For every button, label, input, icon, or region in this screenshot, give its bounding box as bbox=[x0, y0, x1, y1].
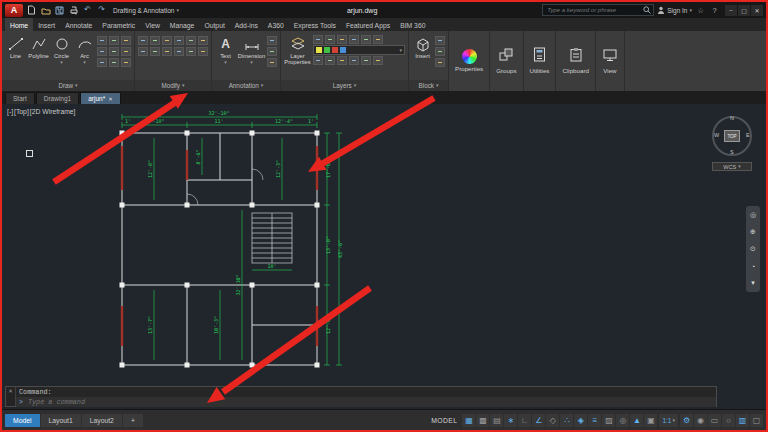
tool-icon[interactable] bbox=[186, 47, 196, 56]
object-snap-icon[interactable]: ◈ bbox=[574, 414, 587, 427]
help-icon[interactable]: ? bbox=[709, 6, 720, 15]
panel-label-draw[interactable]: Draw ▾ bbox=[2, 80, 134, 91]
open-file-icon[interactable] bbox=[40, 5, 51, 16]
pan-icon[interactable]: ⊕ bbox=[750, 228, 756, 236]
dynamic-input-icon[interactable]: ∗ bbox=[504, 414, 517, 427]
tool-icon[interactable] bbox=[267, 58, 277, 67]
view-panel-button[interactable]: View bbox=[596, 31, 625, 91]
tool-icon[interactable] bbox=[198, 47, 208, 56]
tool-icon[interactable] bbox=[97, 47, 107, 56]
tool-icon[interactable] bbox=[174, 47, 184, 56]
file-tab-close-icon[interactable]: ✕ bbox=[108, 96, 113, 102]
line-tool[interactable]: Line bbox=[5, 33, 26, 59]
tool-icon[interactable] bbox=[109, 47, 119, 56]
annotation-monitor-icon[interactable]: ◉ bbox=[694, 414, 707, 427]
navbar-more-icon[interactable]: ▾ bbox=[751, 279, 755, 287]
tool-icon[interactable] bbox=[109, 36, 119, 45]
tool-icon[interactable] bbox=[186, 36, 196, 45]
workspace-switcher[interactable]: Drafting & Annotation ▾ bbox=[110, 7, 182, 14]
infer-constraints-icon[interactable]: ▤ bbox=[490, 414, 503, 427]
tool-icon[interactable] bbox=[121, 36, 131, 45]
circle-tool[interactable]: Circle ▾ bbox=[51, 33, 72, 65]
panel-label-block[interactable]: Block ▾ bbox=[409, 80, 448, 91]
file-tab-start[interactable]: Start bbox=[5, 92, 35, 104]
viewport-visual-style-control[interactable]: [2D Wireframe] bbox=[30, 108, 76, 115]
minimize-button[interactable]: – bbox=[725, 5, 737, 16]
save-icon[interactable] bbox=[54, 5, 65, 16]
tool-icon[interactable] bbox=[435, 58, 445, 67]
ribbon-tab-manage[interactable]: Manage bbox=[165, 18, 200, 31]
tool-icon[interactable] bbox=[313, 56, 323, 65]
viewcube-south[interactable]: S bbox=[730, 149, 734, 155]
tool-icon[interactable] bbox=[337, 56, 347, 65]
viewport-menu-control[interactable]: [-] bbox=[7, 108, 13, 115]
ucs-dropdown[interactable]: WCS ▾ bbox=[712, 162, 752, 171]
ribbon-tab-parametric[interactable]: Parametric bbox=[97, 18, 140, 31]
grid-display-icon[interactable]: ▦ bbox=[462, 414, 475, 427]
text-tool[interactable]: A Text ▾ bbox=[215, 33, 236, 65]
plot-icon[interactable] bbox=[68, 5, 79, 16]
tool-icon[interactable] bbox=[150, 36, 160, 45]
annotation-visibility-icon[interactable]: ▲ bbox=[630, 414, 643, 427]
viewcube-top-face[interactable]: TOP bbox=[724, 130, 740, 142]
undo-icon[interactable]: ↶ bbox=[82, 5, 93, 16]
object-snap-tracking-icon[interactable]: ∴ bbox=[560, 414, 573, 427]
tool-icon[interactable] bbox=[138, 47, 148, 56]
layer-properties-tool[interactable]: Layer Properties bbox=[284, 33, 311, 66]
tool-icon[interactable] bbox=[361, 35, 371, 44]
ribbon-tab-a360[interactable]: A360 bbox=[263, 18, 289, 31]
command-input[interactable] bbox=[26, 397, 713, 407]
tool-icon[interactable] bbox=[162, 47, 172, 56]
redo-icon[interactable]: ↷ bbox=[96, 5, 107, 16]
ribbon-tab-featured-apps[interactable]: Featured Apps bbox=[341, 18, 395, 31]
tool-icon[interactable] bbox=[349, 56, 359, 65]
drawing-canvas[interactable]: [-] [Top] [2D Wireframe] bbox=[2, 104, 766, 386]
ribbon-tab-express-tools[interactable]: Express Tools bbox=[289, 18, 341, 31]
clipboard-panel-button[interactable]: Clipboard bbox=[556, 31, 595, 91]
clean-screen-icon[interactable]: ▢ bbox=[750, 414, 763, 427]
search-input[interactable] bbox=[545, 6, 641, 14]
tool-icon[interactable] bbox=[97, 36, 107, 45]
search-icon[interactable] bbox=[643, 6, 651, 15]
annotation-scale-button[interactable]: 1:1 ▾ bbox=[659, 414, 678, 427]
viewport-view-control[interactable]: [Top] bbox=[14, 108, 29, 115]
panel-label-modify[interactable]: Modify ▾ bbox=[135, 80, 211, 91]
tool-icon[interactable] bbox=[337, 35, 347, 44]
viewcube[interactable]: N S W E TOP bbox=[712, 116, 752, 156]
new-layout-button[interactable]: + bbox=[123, 414, 143, 427]
lineweight-icon[interactable]: ≡ bbox=[588, 414, 601, 427]
layout-tab-layout2[interactable]: Layout2 bbox=[82, 414, 122, 427]
tool-icon[interactable] bbox=[97, 58, 107, 67]
stay-connected-icon[interactable]: ☆ bbox=[695, 6, 706, 15]
tool-icon[interactable] bbox=[325, 56, 335, 65]
quick-properties-icon[interactable]: ▭ bbox=[708, 414, 721, 427]
tool-icon[interactable] bbox=[325, 35, 335, 44]
annotation-autoscale-icon[interactable]: ▣ bbox=[644, 414, 657, 427]
sign-in-button[interactable]: Sign In ▾ bbox=[657, 6, 692, 15]
close-icon[interactable]: ✕ bbox=[8, 388, 13, 406]
ribbon-tab-bim-360[interactable]: BIM 360 bbox=[395, 18, 430, 31]
tool-icon[interactable] bbox=[435, 36, 445, 45]
layer-dropdown[interactable]: ▾ bbox=[313, 45, 405, 55]
isolate-objects-icon[interactable]: ○ bbox=[722, 414, 735, 427]
workspace-switching-icon[interactable]: ⚙ bbox=[680, 414, 693, 427]
properties-panel-button[interactable]: Properties bbox=[449, 31, 490, 91]
tool-icon[interactable] bbox=[361, 56, 371, 65]
tool-icon[interactable] bbox=[313, 35, 323, 44]
groups-panel-button[interactable]: Groups bbox=[490, 31, 523, 91]
autocad-app-button[interactable]: A bbox=[5, 4, 23, 17]
layout-tab-layout1[interactable]: Layout1 bbox=[41, 414, 81, 427]
viewcube-west[interactable]: W bbox=[714, 132, 719, 138]
ribbon-tab-add-ins[interactable]: Add-ins bbox=[230, 18, 263, 31]
viewcube-east[interactable]: E bbox=[746, 132, 750, 138]
tool-icon[interactable] bbox=[349, 35, 359, 44]
ribbon-tab-view[interactable]: View bbox=[140, 18, 165, 31]
ribbon-tab-annotate[interactable]: Annotate bbox=[60, 18, 97, 31]
orbit-icon[interactable]: ◔ bbox=[751, 263, 755, 270]
isometric-drafting-icon[interactable]: ◇ bbox=[546, 414, 559, 427]
tool-icon[interactable] bbox=[121, 47, 131, 56]
tool-icon[interactable] bbox=[109, 58, 119, 67]
file-tab-arjun[interactable]: arjun*✕ bbox=[80, 92, 121, 104]
tool-icon[interactable] bbox=[373, 56, 383, 65]
ribbon-tab-insert[interactable]: Insert bbox=[33, 18, 60, 31]
